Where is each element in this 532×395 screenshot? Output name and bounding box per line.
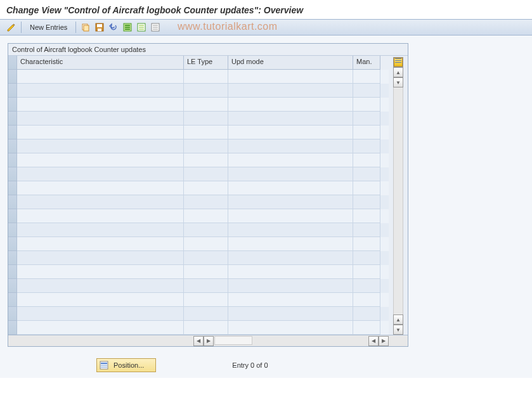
row-selector[interactable]	[8, 279, 17, 293]
row-selector[interactable]	[8, 181, 17, 195]
data-grid: Characteristic LE Type Upd mode Man.	[17, 56, 389, 335]
toolbar-divider	[21, 22, 22, 33]
new-entries-button[interactable]: New Entries	[25, 21, 72, 34]
svg-rect-14	[153, 25, 158, 26]
svg-rect-4	[98, 29, 101, 31]
svg-rect-15	[153, 27, 158, 28]
table-row[interactable]	[17, 321, 389, 335]
position-button[interactable]: Position...	[96, 358, 156, 372]
vertical-scroll-area: ▲ ▼ ▲ ▼	[389, 56, 408, 335]
page-title: Change View "Control of Aircraft logbook…	[0, 0, 532, 19]
position-button-label: Position...	[114, 361, 144, 369]
table-row[interactable]	[17, 126, 389, 139]
row-selector[interactable]	[8, 195, 17, 209]
svg-rect-1	[84, 25, 89, 31]
table-row[interactable]	[17, 195, 389, 209]
undo-icon[interactable]	[107, 21, 120, 34]
pencil-glasses-icon[interactable]	[5, 21, 18, 34]
save-icon[interactable]	[93, 21, 106, 34]
panel-title: Control of Aircraft logbook Counter upda…	[8, 44, 408, 56]
row-selector[interactable]	[8, 167, 17, 181]
row-selector[interactable]	[8, 98, 17, 112]
table-row[interactable]	[17, 84, 389, 98]
row-selector[interactable]	[8, 112, 17, 126]
scroll-left-end-button[interactable]: ◀	[368, 336, 379, 346]
svg-rect-8	[125, 29, 130, 30]
table-row[interactable]	[17, 139, 389, 153]
table-row[interactable]	[17, 237, 389, 251]
table-wrapper: Characteristic LE Type Upd mode Man.	[8, 56, 408, 335]
scroll-right-button[interactable]: ▶	[204, 336, 214, 346]
row-selector[interactable]	[8, 126, 17, 139]
row-selector[interactable]	[8, 237, 17, 251]
horizontal-scroll-track[interactable]	[214, 336, 252, 345]
column-header-characteristic[interactable]: Characteristic	[17, 56, 184, 70]
scroll-down-button-bottom[interactable]: ▼	[393, 325, 403, 335]
table-row[interactable]	[17, 265, 389, 279]
table-row[interactable]	[17, 98, 389, 112]
column-header-man[interactable]: Man.	[353, 56, 380, 70]
table-row[interactable]	[17, 279, 389, 293]
table-row[interactable]	[17, 293, 389, 307]
scroll-up-button[interactable]: ▲	[393, 67, 403, 77]
svg-rect-11	[139, 27, 144, 28]
column-header-upd-mode[interactable]: Upd mode	[228, 56, 353, 70]
svg-rect-3	[97, 24, 102, 27]
column-header-le-type[interactable]: LE Type	[184, 56, 228, 70]
row-selector[interactable]	[8, 84, 17, 98]
row-selector[interactable]	[8, 139, 17, 153]
svg-rect-19	[101, 365, 107, 366]
row-selector[interactable]	[8, 223, 17, 237]
row-selector[interactable]	[8, 153, 17, 167]
table-config-button[interactable]	[393, 57, 403, 67]
row-selector-header[interactable]	[8, 56, 17, 70]
select-block-icon[interactable]	[135, 21, 148, 34]
scroll-up-button-bottom[interactable]: ▲	[393, 314, 403, 325]
table-row[interactable]	[17, 223, 389, 237]
select-all-icon[interactable]	[121, 21, 134, 34]
toolbar: New Entries www.tutorialkart.com	[0, 19, 532, 36]
svg-rect-20	[101, 366, 107, 368]
scroll-right-end-button[interactable]: ▶	[379, 336, 389, 346]
content-area: Control of Aircraft logbook Counter upda…	[0, 36, 532, 378]
row-selector[interactable]	[8, 321, 17, 335]
position-icon	[100, 361, 108, 370]
table-header-row: Characteristic LE Type Upd mode Man.	[17, 56, 389, 70]
row-selector[interactable]	[8, 70, 17, 84]
entry-count-text: Entry 0 of 0	[232, 361, 268, 369]
scroll-left-button[interactable]: ◀	[193, 336, 204, 346]
table-row[interactable]	[17, 70, 389, 84]
table-row[interactable]	[17, 251, 389, 265]
table-settings-icon	[394, 58, 403, 67]
table-row[interactable]	[17, 153, 389, 167]
scroll-down-button[interactable]: ▼	[393, 77, 403, 87]
table-row[interactable]	[17, 307, 389, 321]
table-row[interactable]	[17, 112, 389, 126]
svg-rect-7	[125, 27, 130, 28]
svg-rect-12	[139, 29, 144, 30]
footer-bar: Position... Entry 0 of 0	[8, 347, 524, 372]
copy-icon[interactable]	[79, 21, 92, 34]
svg-rect-16	[153, 29, 158, 30]
vertical-scroll-track[interactable]	[393, 87, 403, 314]
horizontal-scroll-bar: ◀ ▶ ◀ ▶	[8, 335, 408, 346]
row-selector-column	[8, 56, 17, 335]
row-selector[interactable]	[8, 251, 17, 265]
watermark-text: www.tutorialkart.com	[178, 21, 278, 32]
svg-rect-10	[139, 25, 144, 26]
svg-rect-18	[101, 363, 107, 364]
row-selector[interactable]	[8, 307, 17, 321]
table-row[interactable]	[17, 181, 389, 195]
toolbar-divider	[75, 22, 76, 33]
deselect-all-icon[interactable]	[149, 21, 162, 34]
table-panel: Control of Aircraft logbook Counter upda…	[8, 43, 408, 347]
row-selector[interactable]	[8, 265, 17, 279]
row-selector[interactable]	[8, 293, 17, 307]
table-row[interactable]	[17, 167, 389, 181]
svg-rect-6	[125, 25, 130, 26]
table-row[interactable]	[17, 209, 389, 223]
row-selector[interactable]	[8, 209, 17, 223]
